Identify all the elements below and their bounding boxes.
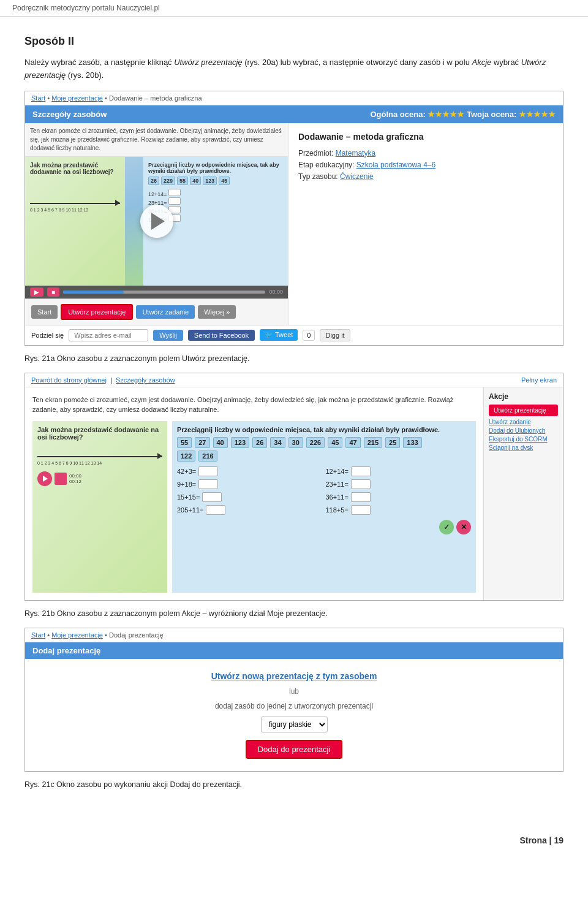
play-icon-small (43, 476, 48, 482)
create-task-button[interactable]: Utwórz zadanie (136, 305, 195, 319)
video-left-panel: Jak można przedstawić dodawanie na osi l… (25, 157, 125, 286)
scr2-right-panel: Przeciągnij liczby w odpowiednie miejsca… (172, 421, 476, 593)
reset-button[interactable]: ✕ (456, 520, 471, 534)
eq-label: 15+15= (177, 493, 200, 501)
eq-label: 23+11= (326, 481, 349, 488)
digg-button[interactable]: Digg it (320, 329, 350, 341)
email-input[interactable] (69, 329, 148, 341)
share-label: Podziel się (31, 332, 64, 339)
screenshot-3: Start • Moje prezentacje • Dodaj prezent… (24, 628, 564, 772)
num-tile[interactable]: 226 (306, 437, 325, 448)
akcje-export-scorm[interactable]: Eksportuj do SCORM (489, 436, 558, 443)
sidebar-title: Akcje (489, 392, 558, 401)
scr1-action-bar: Start Utwórz prezentację Utwórz zadanie … (25, 299, 288, 325)
check-button[interactable]: ✓ (439, 520, 454, 534)
akcje-create-presentation[interactable]: Utwórz prezentację (489, 405, 558, 416)
num-tile[interactable]: 123 (231, 437, 249, 448)
body-paragraph: Należy wybrać zasób, a następnie kliknąć… (24, 56, 564, 82)
screenshot-2: Powrót do strony głównej | Szczegóły zas… (24, 373, 564, 601)
scr1-header: Szczegóły zasobów Ogólna ocena: ★★★★★ Tw… (25, 105, 563, 123)
fullscreen-link[interactable]: Pełny ekran (521, 376, 557, 384)
eq-input[interactable] (351, 479, 371, 489)
stage-row: Etap edukacyjny: Szkoła podstawowa 4–6 (298, 161, 553, 169)
eq-input[interactable] (351, 466, 371, 476)
vk-buttons: ✓ ✕ (177, 520, 471, 534)
eq-row: 118+5= (326, 505, 472, 515)
scr3-breadcrumb: Start • Moje prezentacje • Dodaj prezent… (25, 628, 563, 642)
eq-row: 23+11= (326, 479, 472, 489)
scr1-header-title: Szczegóły zasobów (32, 110, 107, 119)
akcje-create-task[interactable]: Utwórz zadanie (489, 419, 558, 425)
scr2-play-controls: 00:0000:12 (37, 471, 162, 486)
type-value[interactable]: Ćwiczenie (340, 172, 374, 181)
num-tile[interactable]: 27 (195, 437, 209, 448)
screenshot-1: Start • Moje prezentacje • Dodawanie – m… (24, 91, 564, 346)
eq-input[interactable] (198, 479, 218, 489)
send-email-button[interactable]: Wyślij (153, 330, 183, 341)
num-tile[interactable]: 47 (345, 437, 360, 448)
breadcrumb-prezentacje[interactable]: Moje prezentacje (51, 94, 103, 102)
caption-3: Rys. 21c Okno zasobu po wykonaniu akcji … (24, 780, 564, 789)
tweet-button[interactable]: 🐦 Tweet (260, 329, 298, 341)
play-button[interactable] (140, 205, 173, 238)
stop-button-small[interactable] (55, 473, 67, 485)
back-home-link[interactable]: Powrót do strony głównej (31, 376, 107, 384)
eq-row: 12+14= (326, 466, 472, 476)
scr1-metadata: Dodawanie – metoda graficzna Przedmiot: … (288, 123, 563, 325)
or-label: lub (37, 687, 551, 696)
eq-input[interactable] (351, 505, 371, 515)
breadcrumb-start[interactable]: Start (31, 94, 45, 102)
scr3-start[interactable]: Start (31, 631, 45, 639)
num-tile[interactable]: 26 (252, 437, 267, 448)
play-button-small[interactable] (37, 471, 52, 486)
num-tile[interactable]: 40 (213, 437, 228, 448)
stage-label: Etap edukacyjny: (298, 161, 354, 169)
num-tile[interactable]: 216 (198, 451, 217, 462)
eq-input[interactable] (198, 466, 218, 476)
subject-label: Przedmiot: (298, 149, 333, 158)
num-tile[interactable]: 25 (385, 437, 400, 448)
share-bar: Podziel się Wyślij Send to Facebook 🐦 Tw… (25, 325, 563, 345)
create-presentation-button[interactable]: Utwórz prezentację (61, 304, 133, 320)
create-new-presentation-link[interactable]: Utwórz nową prezentację z tym zasobem (37, 671, 551, 681)
stage-value[interactable]: Szkoła podstawowa 4–6 (356, 161, 435, 169)
facebook-button[interactable]: Send to Facebook (188, 330, 255, 341)
akcje-download[interactable]: Ściągnij na dysk (489, 444, 558, 451)
number-line: 0 1 2 3 4 5 6 7 8 9 10 11 12 13 14 (37, 447, 162, 465)
scr1-video-area[interactable]: Jak można przedstawić dodawanie na osi l… (25, 157, 288, 286)
akcje-add-favorites[interactable]: Dodaj do Ulubionych (489, 427, 558, 434)
presentation-select[interactable]: figury płaskie (261, 717, 328, 732)
rating-label: Ogólna ocena: (370, 110, 425, 119)
num-tile[interactable]: 215 (364, 437, 382, 448)
progress-bar (63, 291, 265, 294)
scr1-video-column: Ten ekran pomoże ci zrozumieć, czym jest… (25, 123, 288, 325)
scr3-title-bar: Dodaj prezentację (25, 642, 563, 659)
num-tile[interactable]: 30 (288, 437, 303, 448)
eq-input[interactable] (351, 492, 371, 502)
scr2-topbar: Powrót do strony głównej | Szczegóły zas… (25, 373, 563, 387)
resource-detail-link[interactable]: Szczegóły zasobów (116, 376, 175, 384)
eq-row: 205+11= (177, 505, 323, 515)
eq-input[interactable] (202, 492, 222, 502)
num-tile[interactable]: 45 (328, 437, 342, 448)
number-line-bar (37, 456, 162, 457)
page-number: Strona | 19 (519, 835, 564, 845)
ctrl-play-btn[interactable]: ▶ (30, 287, 43, 297)
ctrl-stop-btn[interactable]: ■ (47, 287, 59, 297)
add-to-presentation-button[interactable]: Dodaj do prezentacji (246, 740, 343, 759)
eq-input[interactable] (206, 505, 225, 515)
start-button[interactable]: Start (31, 305, 58, 319)
num-tile[interactable]: 122 (177, 451, 195, 462)
main-content: Sposób II Należy wybrać zasób, a następn… (0, 17, 588, 823)
num-tile[interactable]: 34 (270, 437, 285, 448)
scr3-current: Dodaj prezentację (109, 631, 164, 639)
num-tile[interactable]: 55 (177, 437, 192, 448)
scr2-sidebar: Akcje Utwórz prezentację Utwórz zadanie … (483, 387, 563, 600)
scr3-prezentacje[interactable]: Moje prezentacje (51, 631, 103, 639)
scr1-description: Ten ekran pomoże ci zrozumieć, czym jest… (25, 123, 288, 157)
more-button[interactable]: Więcej » (198, 305, 236, 319)
breadcrumb-current: Dodawanie – metoda graficzna (109, 94, 202, 102)
num-tile[interactable]: 133 (403, 437, 421, 448)
play-triangle-icon (151, 213, 165, 230)
subject-value[interactable]: Matematyka (336, 149, 375, 158)
